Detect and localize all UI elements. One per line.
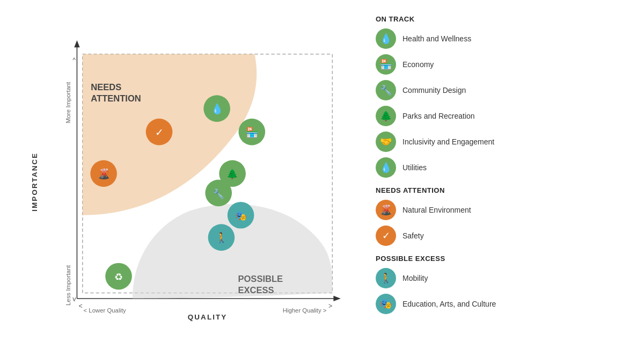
- utilities-icon: 💧: [376, 157, 396, 178]
- legend-label-utilities: Utilities: [402, 163, 427, 172]
- svg-text:< Lower Quality: < Lower Quality: [84, 307, 127, 314]
- natural-environment-icon: 🌋: [376, 200, 396, 220]
- svg-text:🏪: 🏪: [246, 126, 259, 139]
- svg-marker-3: [333, 296, 340, 301]
- list-item: 🌋 Natural Environment: [376, 200, 633, 220]
- list-item: 🏪 Economy: [376, 54, 633, 75]
- svg-text:ATTENTION: ATTENTION: [91, 93, 141, 104]
- legend-label-community-design: Community Design: [402, 86, 466, 95]
- svg-text:🎭: 🎭: [235, 210, 247, 222]
- list-item: 💧 Health and Wellness: [376, 28, 633, 49]
- list-item: 🎭 Education, Arts, and Culture: [376, 294, 633, 314]
- svg-text:QUALITY: QUALITY: [188, 313, 227, 321]
- svg-text:More Important: More Important: [65, 82, 71, 124]
- svg-marker-1: [74, 40, 79, 47]
- legend-label-economy: Economy: [402, 60, 434, 69]
- legend-section-needs-attention: NEEDS ATTENTION: [376, 186, 633, 194]
- svg-text:Less Important: Less Important: [65, 265, 71, 306]
- svg-text:^: ^: [72, 56, 76, 64]
- economy-icon: 🏪: [376, 54, 396, 75]
- legend-section-on-track: ON TRACK: [376, 15, 633, 23]
- parks-recreation-icon: 🌲: [376, 106, 396, 126]
- svg-text:💧: 💧: [211, 103, 224, 115]
- mobility-icon: 🚶: [376, 268, 396, 288]
- list-item: 💧 Utilities: [376, 157, 633, 178]
- svg-text:Higher Quality >: Higher Quality >: [283, 307, 327, 314]
- safety-icon: ✓: [376, 226, 396, 246]
- legend-label-safety: Safety: [402, 231, 424, 240]
- legend-section-possible-excess: POSSIBLE EXCESS: [376, 255, 633, 263]
- legend-label-education: Education, Arts, and Culture: [402, 300, 496, 308]
- list-item: 🌲 Parks and Recreation: [376, 106, 633, 126]
- legend-label-parks: Parks and Recreation: [402, 112, 475, 120]
- community-design-icon: 🔧: [376, 80, 396, 100]
- legend-area: ON TRACK 💧 Health and Wellness 🏪 Economy…: [376, 10, 633, 320]
- legend-label-health: Health and Wellness: [402, 34, 471, 43]
- chart-area: NEEDS ATTENTION POSSIBLE EXCESS IMPORTAN…: [11, 10, 354, 332]
- svg-text:v: v: [72, 295, 76, 303]
- legend-label-mobility: Mobility: [402, 274, 428, 282]
- svg-text:🌋: 🌋: [98, 168, 111, 180]
- education-icon: 🎭: [376, 294, 396, 314]
- list-item: 🤝 Inclusivity and Engagement: [376, 132, 633, 152]
- list-item: ✓ Safety: [376, 226, 633, 246]
- list-item: 🚶 Mobility: [376, 268, 633, 288]
- inclusivity-icon: 🤝: [376, 132, 396, 152]
- health-wellness-icon: 💧: [376, 28, 396, 49]
- svg-text:🔧: 🔧: [213, 188, 224, 200]
- main-container: NEEDS ATTENTION POSSIBLE EXCESS IMPORTAN…: [11, 10, 633, 353]
- svg-text:🚶: 🚶: [215, 231, 228, 244]
- legend-label-inclusivity: Inclusivity and Engagement: [402, 137, 494, 146]
- svg-text:<: <: [79, 302, 83, 310]
- svg-text:EXCESS: EXCESS: [238, 285, 274, 295]
- svg-text:♻: ♻: [114, 272, 123, 282]
- svg-text:✓: ✓: [155, 127, 164, 138]
- svg-text:NEEDS: NEEDS: [91, 82, 121, 92]
- svg-text:🌲: 🌲: [226, 168, 238, 180]
- svg-text:IMPORTANCE: IMPORTANCE: [31, 153, 39, 212]
- svg-text:POSSIBLE: POSSIBLE: [238, 274, 283, 284]
- list-item: 🔧 Community Design: [376, 80, 633, 100]
- svg-text:>: >: [328, 302, 332, 310]
- legend-label-natural: Natural Environment: [402, 206, 471, 214]
